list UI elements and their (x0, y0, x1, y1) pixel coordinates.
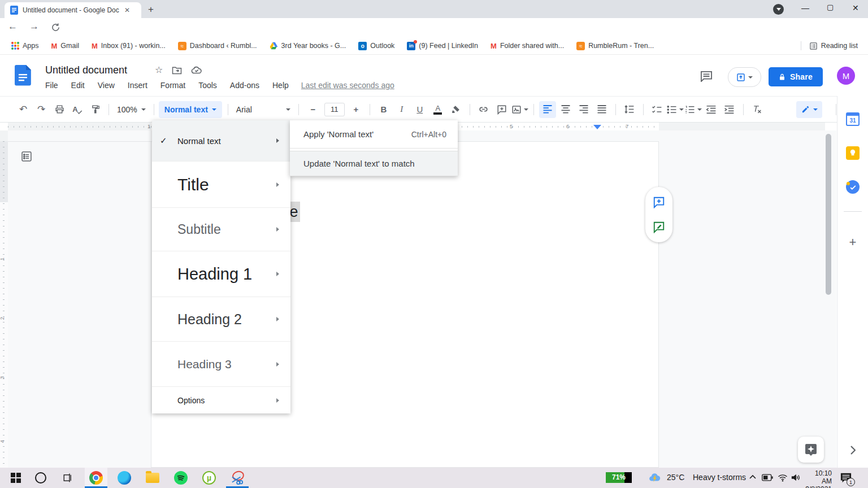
add-comment-button[interactable] (493, 101, 510, 118)
bulleted-list-button[interactable] (667, 101, 684, 118)
taskbar-spotify[interactable] (170, 468, 192, 488)
taskbar-chrome[interactable] (85, 468, 107, 488)
docs-logo[interactable] (15, 65, 31, 86)
align-left-button[interactable] (539, 101, 556, 118)
bookmark-outlook[interactable]: oOutlook (358, 42, 394, 50)
vertical-ruler[interactable]: 1 2 3 4 (0, 130, 8, 468)
bookmark-folder-shared[interactable]: MFolder shared with... (491, 42, 564, 50)
tray-wifi-icon[interactable] (778, 474, 788, 482)
menu-tools[interactable]: Tools (194, 80, 221, 91)
menu-addons[interactable]: Add-ons (226, 80, 263, 91)
insert-link-button[interactable] (475, 101, 492, 118)
reading-list-button[interactable]: Reading list (809, 42, 858, 50)
italic-button[interactable]: I (393, 101, 410, 118)
new-tab-button[interactable]: + (148, 4, 154, 15)
minimize-button[interactable]: — (801, 3, 809, 12)
menu-help[interactable]: Help (268, 80, 293, 91)
open-comments-icon[interactable] (700, 71, 713, 82)
vertical-scrollbar[interactable] (826, 134, 831, 295)
calendar-icon[interactable]: 31 (845, 112, 860, 127)
tray-chevron-up-icon[interactable] (749, 474, 756, 479)
menu-edit[interactable]: Edit (67, 80, 89, 91)
update-normal-text-item[interactable]: Update 'Normal text' to match (290, 151, 458, 176)
docs-account-avatar[interactable]: M (837, 67, 855, 85)
menu-file[interactable]: File (41, 80, 62, 91)
chrome-update-icon[interactable] (773, 4, 784, 15)
insert-image-button[interactable] (511, 101, 528, 118)
bold-button[interactable]: B (375, 101, 392, 118)
spellcheck-button[interactable]: A (69, 101, 86, 118)
presence-share-screen-button[interactable] (728, 67, 761, 87)
maximize-button[interactable]: ▢ (827, 3, 834, 11)
clear-formatting-button[interactable] (749, 101, 766, 118)
browser-tab[interactable]: Untitled document - Google Doc ✕ (5, 2, 141, 18)
tray-battery-icon[interactable] (762, 474, 773, 481)
style-option-subtitle[interactable]: Subtitle (152, 208, 290, 251)
undo-button[interactable]: ↶ (15, 101, 32, 118)
weather-storm-icon[interactable] (649, 472, 661, 484)
line-spacing-button[interactable] (621, 101, 638, 118)
back-icon[interactable]: ← (8, 21, 18, 32)
bookmark-books[interactable]: 3rd Year books - G... (270, 42, 346, 50)
print-button[interactable] (51, 101, 68, 118)
menu-insert[interactable]: Insert (124, 80, 151, 91)
share-button[interactable]: Share (769, 67, 823, 86)
font-size-increase-button[interactable]: + (348, 101, 364, 118)
last-edit-link[interactable]: Last edit was seconds ago (301, 81, 394, 90)
style-option-heading-1[interactable]: Heading 1 (152, 251, 290, 297)
document-title[interactable]: Untitled document (45, 64, 127, 76)
document-outline-icon[interactable] (21, 151, 32, 162)
style-option-heading-3[interactable]: Heading 3 (152, 342, 290, 387)
taskbar-utorrent[interactable]: µ (198, 468, 220, 488)
bookmark-apps[interactable]: Apps (11, 42, 39, 50)
style-option-normal-text[interactable]: ✓ Normal text (152, 120, 290, 162)
add-addon-button[interactable]: + (845, 235, 860, 250)
hide-side-panel-chevron[interactable] (845, 443, 860, 457)
close-button[interactable]: ✕ (852, 3, 859, 12)
tray-clock[interactable]: 10:10 AM 9/8/2021 (805, 469, 832, 488)
align-justify-button[interactable] (593, 101, 610, 118)
tasks-icon[interactable] (845, 180, 860, 194)
font-size-decrease-button[interactable]: − (305, 101, 322, 118)
font-select[interactable]: Arial (234, 101, 293, 118)
font-size-input[interactable]: 11 (324, 103, 345, 116)
styles-select[interactable]: Normal text (159, 101, 222, 118)
increase-indent-button[interactable] (721, 101, 738, 118)
cloud-saved-icon[interactable] (191, 66, 202, 75)
taskbar-screen-capture[interactable] (226, 468, 249, 488)
keep-icon[interactable] (845, 146, 860, 160)
tray-temperature[interactable]: 25°C (667, 473, 684, 482)
menu-view[interactable]: View (94, 80, 119, 91)
explore-button[interactable] (798, 437, 824, 463)
add-comment-margin-button[interactable] (653, 196, 665, 208)
bookmark-linkedin[interactable]: in (9) Feed | LinkedIn (407, 42, 478, 50)
apply-normal-text-item[interactable]: Apply 'Normal text' Ctrl+Alt+0 (290, 120, 458, 148)
move-folder-icon[interactable] (172, 66, 182, 75)
star-document-icon[interactable]: ☆ (155, 64, 163, 75)
cortana-button[interactable] (29, 468, 52, 488)
text-color-button[interactable]: A (429, 101, 446, 118)
bookmark-rumblerum[interactable]: ≈RumbleRum - Tren... (576, 42, 654, 50)
tab-close-icon[interactable]: ✕ (124, 6, 130, 14)
style-option-title[interactable]: Title (152, 162, 290, 208)
style-option-options[interactable]: Options (152, 387, 290, 413)
editing-mode-select[interactable] (796, 101, 822, 118)
redo-button[interactable]: ↷ (33, 101, 50, 118)
reload-icon[interactable] (51, 23, 60, 32)
task-view-button[interactable] (57, 468, 79, 488)
checklist-button[interactable] (649, 101, 666, 118)
bookmark-inbox[interactable]: MInbox (91) - workin... (92, 42, 166, 50)
taskbar-file-explorer[interactable] (141, 468, 164, 488)
action-center-icon[interactable]: 1 (840, 472, 852, 483)
forward-icon[interactable]: → (29, 21, 39, 32)
style-option-heading-2[interactable]: Heading 2 (152, 297, 290, 342)
battery-percent-widget[interactable]: 71% (606, 472, 632, 483)
tray-volume-icon[interactable] (791, 473, 801, 482)
align-center-button[interactable] (557, 101, 574, 118)
start-button[interactable] (5, 468, 27, 488)
bookmark-dashboard[interactable]: ≈Dashboard ‹ Rumbl... (178, 42, 257, 50)
tray-weather-desc[interactable]: Heavy t-storms (693, 473, 746, 482)
taskbar-edge[interactable] (113, 468, 136, 488)
zoom-select[interactable]: 100% (114, 101, 149, 118)
paint-format-button[interactable] (87, 101, 104, 118)
